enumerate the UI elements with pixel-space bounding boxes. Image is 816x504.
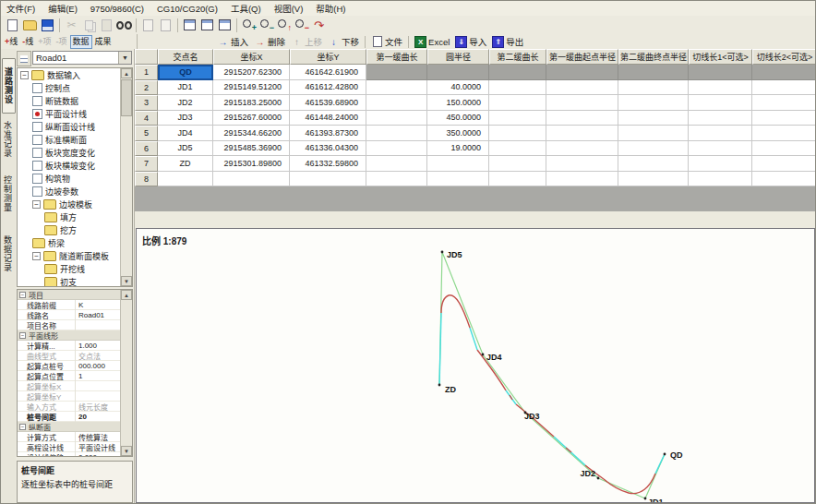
scroll-down-icon[interactable]: ▼ bbox=[121, 276, 132, 286]
table-cell[interactable] bbox=[689, 111, 752, 126]
import-row-button[interactable]: 导入 bbox=[455, 35, 486, 48]
table-cell[interactable]: 150.0000 bbox=[427, 95, 489, 111]
table-cell[interactable]: 461448.24000 bbox=[290, 111, 366, 126]
collapse-icon[interactable]: − bbox=[32, 200, 41, 209]
property-row[interactable]: 计算方式传统算法 bbox=[18, 432, 132, 442]
pan-refresh-button[interactable] bbox=[310, 17, 328, 33]
collapse-icon[interactable]: − bbox=[32, 252, 41, 260]
table-cell[interactable]: JD4 bbox=[158, 126, 213, 141]
table-cell[interactable] bbox=[618, 65, 689, 80]
checkbox[interactable] bbox=[32, 174, 42, 184]
table-cell[interactable]: ZD bbox=[158, 156, 213, 172]
collapse-icon[interactable]: − bbox=[19, 292, 26, 298]
table-cell[interactable] bbox=[489, 141, 546, 157]
table-cell[interactable]: JD2 bbox=[158, 95, 213, 111]
column-header[interactable]: 切线长2<可选> bbox=[752, 49, 816, 65]
property-row[interactable]: 起算点桩号000.000 bbox=[18, 361, 132, 371]
table-cell[interactable]: JD1 bbox=[158, 80, 213, 96]
table-cell[interactable] bbox=[546, 141, 618, 157]
zoom-extents-button[interactable] bbox=[275, 17, 293, 33]
tree-item-excavate[interactable]: 挖方 bbox=[18, 223, 132, 236]
property-row[interactable]: 起算点位置1 bbox=[18, 371, 132, 381]
window-cascade-button[interactable] bbox=[181, 17, 198, 33]
table-cell[interactable] bbox=[752, 65, 816, 80]
collapse-icon[interactable]: − bbox=[20, 71, 29, 79]
tree-item-structures[interactable]: 构筑物 bbox=[18, 172, 132, 185]
scroll-thumb[interactable] bbox=[121, 79, 132, 116]
table-cell[interactable] bbox=[366, 95, 427, 111]
table-cell[interactable] bbox=[158, 172, 213, 187]
export-row-button[interactable]: 导出 bbox=[492, 35, 523, 48]
open-folder-button[interactable] bbox=[21, 17, 39, 33]
row-number[interactable]: 1 bbox=[135, 65, 158, 80]
table-cell[interactable] bbox=[752, 95, 816, 111]
collapse-icon[interactable]: − bbox=[19, 424, 26, 430]
table-cell[interactable]: 2915301.89800 bbox=[213, 156, 290, 172]
property-row[interactable]: 线路名Road01 bbox=[18, 310, 132, 320]
column-header[interactable]: 交点名 bbox=[158, 49, 213, 65]
table-cell[interactable] bbox=[752, 126, 816, 141]
checkbox[interactable] bbox=[32, 135, 42, 145]
table-cell[interactable]: 2915207.62300 bbox=[213, 65, 290, 80]
table-cell[interactable] bbox=[689, 95, 752, 111]
road-select[interactable]: Road01 ▼ bbox=[32, 51, 132, 65]
table-cell[interactable]: JD3 bbox=[158, 111, 213, 126]
table-cell[interactable]: JD5 bbox=[158, 141, 213, 157]
checkbox[interactable] bbox=[32, 109, 42, 119]
side-tab-data-record[interactable]: 数据记录 bbox=[2, 228, 14, 280]
table-cell[interactable] bbox=[213, 172, 290, 187]
property-row[interactable]: 起算坐标X bbox=[18, 381, 132, 391]
zoom-window-button[interactable] bbox=[293, 17, 310, 33]
table-cell[interactable]: 40.0000 bbox=[427, 80, 489, 96]
property-row[interactable]: 设计线偏移0.000 bbox=[18, 452, 132, 457]
tree-item-tunnel-section-template[interactable]: −隧道断面模板 bbox=[18, 249, 132, 262]
chevron-down-icon[interactable]: ▼ bbox=[118, 52, 131, 64]
find-button[interactable] bbox=[115, 17, 133, 33]
row-number[interactable]: 5 bbox=[135, 126, 158, 141]
table-cell[interactable] bbox=[689, 172, 752, 187]
table-cell[interactable] bbox=[489, 95, 546, 111]
checkbox[interactable] bbox=[32, 161, 42, 171]
table-cell[interactable] bbox=[618, 156, 689, 172]
table-cell[interactable] bbox=[366, 156, 427, 172]
table-cell[interactable] bbox=[752, 172, 816, 187]
menu-item-help[interactable]: 帮助(H) bbox=[316, 2, 345, 15]
table-cell[interactable]: 2915485.36900 bbox=[213, 141, 290, 157]
column-header[interactable]: 第一缓曲起点半径 bbox=[546, 49, 618, 65]
property-row[interactable]: 曲线型式交点法 bbox=[18, 351, 132, 361]
table-cell[interactable]: 450.0000 bbox=[427, 111, 489, 126]
table-cell[interactable] bbox=[546, 80, 618, 96]
table-cell[interactable] bbox=[427, 65, 489, 80]
table-cell[interactable] bbox=[618, 172, 689, 187]
side-tab-control-survey[interactable]: 控制测量 bbox=[2, 169, 14, 219]
tree-item-slope-template[interactable]: −边坡模板 bbox=[18, 198, 132, 210]
property-row[interactable]: 起算坐标Y bbox=[18, 391, 132, 402]
column-header[interactable]: 第二缓曲长 bbox=[489, 49, 546, 65]
tree-item-fill[interactable]: 填方 bbox=[18, 210, 132, 223]
table-cell[interactable] bbox=[489, 65, 546, 80]
tree-item-data-input[interactable]: −数据输入 bbox=[18, 68, 132, 81]
table-cell[interactable] bbox=[489, 126, 546, 141]
table-cell[interactable] bbox=[689, 65, 752, 80]
table-cell[interactable]: 2915344.66200 bbox=[213, 126, 290, 141]
table-cell[interactable]: 350.0000 bbox=[427, 126, 489, 141]
table-cell[interactable] bbox=[752, 80, 816, 96]
table-cell[interactable] bbox=[366, 111, 427, 126]
table-cell[interactable]: 461642.61900 bbox=[290, 65, 366, 80]
table-cell[interactable]: QD bbox=[158, 65, 213, 80]
table-cell[interactable] bbox=[689, 141, 752, 157]
side-tab-road-design[interactable]: 道路测设 bbox=[2, 58, 16, 114]
save-button[interactable] bbox=[39, 17, 56, 33]
window-tile-horizontal-button[interactable] bbox=[198, 17, 216, 33]
new-file-button[interactable] bbox=[4, 17, 21, 33]
window-tile-vertical-button[interactable] bbox=[216, 17, 234, 33]
checkbox[interactable] bbox=[32, 148, 42, 158]
delete-row-button[interactable]: 删除 bbox=[254, 35, 285, 48]
zoom-in-button[interactable] bbox=[240, 17, 258, 33]
table-cell[interactable] bbox=[366, 141, 427, 157]
column-header[interactable]: 第二缓曲终点半径 bbox=[618, 49, 689, 65]
table-cell[interactable]: 461332.59800 bbox=[290, 156, 366, 172]
scroll-up-icon[interactable]: ▲ bbox=[121, 68, 132, 78]
table-cell[interactable] bbox=[427, 172, 489, 187]
property-row[interactable]: 输入方式线元长度 bbox=[18, 402, 132, 412]
